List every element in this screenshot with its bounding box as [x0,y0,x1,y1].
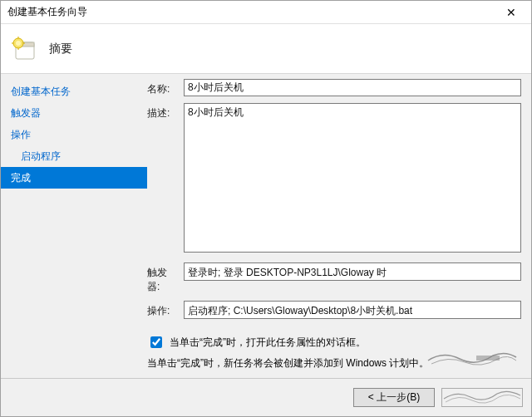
window-title: 创建基本任务向导 [7,5,87,19]
step-finish[interactable]: 完成 [1,167,147,189]
action-row: 操作: 启动程序; C:\Users\Gloway\Desktop\8小时关机.… [147,301,521,319]
wizard-steps-sidebar: 创建基本任务 触发器 操作 启动程序 完成 [1,74,147,378]
description-row: 描述: [147,103,521,253]
finish-note: 当单击“完成”时，新任务将会被创建并添加到 Windows 计划中。 [147,356,429,370]
summary-panel: 名称: 描述: 触发器: 登录时; 登录 DESKTOP-NP3L1LJ\Glo… [147,74,531,378]
step-action[interactable]: 操作 [1,124,147,145]
open-properties-checkbox[interactable] [150,336,162,348]
trigger-row: 触发器: 登录时; 登录 DESKTOP-NP3L1LJ\Gloway 时 [147,262,521,294]
finish-note-row: 当单击“完成”时，新任务将会被创建并添加到 Windows 计划中。 [147,354,521,372]
wizard-footer: < 上一步(B) [1,378,531,416]
close-button[interactable]: ✕ [495,2,528,22]
wizard-header: 摘要 [1,24,531,74]
obscured-button[interactable] [441,388,523,407]
wizard-window: 创建基本任务向导 ✕ 摘要 创建基本任务 [0,0,532,417]
name-label: 名称: [147,79,184,96]
obscured-area-icon [426,349,518,367]
titlebar: 创建基本任务向导 ✕ [1,1,531,24]
wizard-heading: 摘要 [49,42,72,56]
name-row: 名称: [147,79,521,96]
footer-options: 当单击“完成”时，打开此任务属性的对话框。 当单击“完成”时，新任务将会被创建并… [147,331,521,374]
trigger-label: 触发器: [147,262,184,294]
back-button[interactable]: < 上一步(B) [353,388,435,407]
obscured-area-icon [442,389,522,405]
description-input[interactable] [184,103,521,253]
step-trigger[interactable]: 触发器 [1,102,147,124]
close-icon: ✕ [506,7,516,18]
open-properties-row[interactable]: 当单击“完成”时，打开此任务属性的对话框。 [147,334,521,351]
trigger-value: 登录时; 登录 DESKTOP-NP3L1LJ\Gloway 时 [184,262,521,281]
action-value: 启动程序; C:\Users\Gloway\Desktop\8小时关机.bat [184,301,521,319]
svg-point-7 [16,41,21,46]
calendar-sun-icon [11,36,37,62]
action-label: 操作: [147,301,184,318]
wizard-body: 创建基本任务 触发器 操作 启动程序 完成 名称: 描述: 触发器: 登录时; … [1,74,531,378]
step-start-program[interactable]: 启动程序 [1,145,147,167]
description-label: 描述: [147,103,184,120]
name-input[interactable] [184,79,521,96]
step-create-basic-task[interactable]: 创建基本任务 [1,81,147,102]
open-properties-label: 当单击“完成”时，打开此任务属性的对话框。 [170,336,366,350]
svg-rect-8 [476,356,500,361]
